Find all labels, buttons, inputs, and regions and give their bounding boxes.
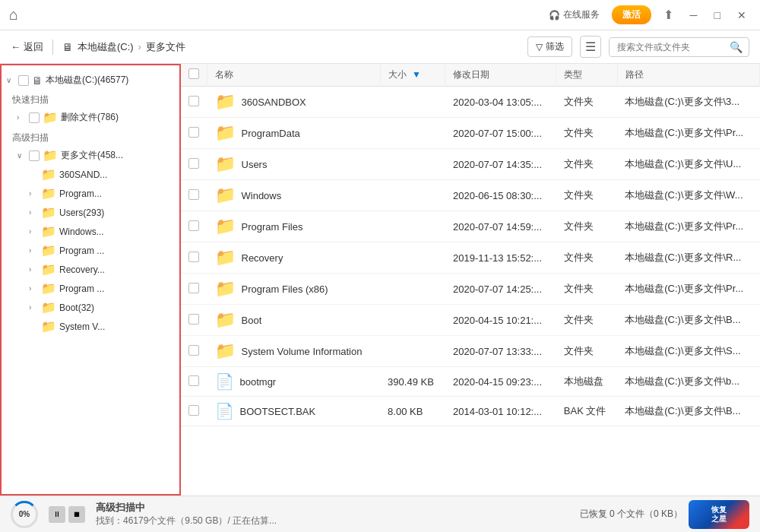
col-modified[interactable]: 修改日期: [445, 64, 556, 87]
file-icon: 📄: [215, 372, 234, 391]
more-files-checkbox[interactable]: [29, 150, 40, 161]
folder-icon-pf: 📁: [41, 243, 56, 258]
progress-circle: 0%: [11, 501, 38, 528]
file-type: 文件夹: [556, 336, 617, 367]
activate-button[interactable]: 激活: [612, 5, 651, 24]
file-name: ProgramData: [242, 128, 300, 139]
row-checkbox[interactable]: [188, 405, 199, 416]
stop-button[interactable]: ⏹: [68, 506, 85, 523]
folder-icon-windows: 📁: [41, 224, 56, 239]
folder-icon-recovery: 📁: [41, 262, 56, 277]
deleted-checkbox[interactable]: [29, 112, 40, 123]
root-checkbox[interactable]: [18, 75, 29, 86]
list-toggle-button[interactable]: ☰: [580, 36, 601, 58]
row-checkbox[interactable]: [188, 314, 199, 325]
table-row[interactable]: 📁ProgramData2020-07-07 15:00:...文件夹本地磁盘(…: [181, 118, 760, 149]
home-icon[interactable]: ⌂: [9, 6, 18, 24]
select-all-checkbox[interactable]: [188, 68, 199, 79]
file-size: [380, 149, 445, 180]
expand-arrow-deleted: ›: [17, 113, 26, 122]
status-bar: 0% ⏸ ⏹ 高级扫描中 找到：46179个文件（9.50 GB）/ 正在估算.…: [0, 496, 760, 532]
online-service[interactable]: 🎧 在线服务: [549, 8, 600, 21]
recovery-badge-text: 恢复之星: [711, 505, 727, 524]
file-type: 本地磁盘: [556, 367, 617, 397]
folder-icon-more: 📁: [43, 148, 58, 163]
row-checkbox[interactable]: [188, 189, 199, 200]
sidebar-item-more-files[interactable]: ∨ 📁 更多文件(458...: [2, 146, 179, 165]
filter-button[interactable]: ▽ 筛选: [527, 36, 572, 57]
col-size[interactable]: 大小 ▼: [380, 64, 445, 87]
row-checkbox[interactable]: [188, 283, 199, 293]
file-type: BAK 文件: [556, 397, 617, 426]
row-checkbox[interactable]: [188, 375, 199, 386]
file-modified: 2020-07-07 15:00:...: [445, 118, 556, 149]
sidebar-item-users[interactable]: › 📁 Users(293): [2, 203, 179, 222]
table-row[interactable]: 📁Windows2020-06-15 08:30:...文件夹本地磁盘(C:)\…: [181, 180, 760, 211]
sidebar-item-deleted[interactable]: › 📁 删除文件(786): [2, 108, 179, 127]
file-modified: 2020-07-07 13:33:...: [445, 336, 556, 367]
sidebar-item-windows[interactable]: › 📁 Windows...: [2, 222, 179, 241]
file-modified: 2020-04-15 09:23:...: [445, 367, 556, 397]
search-input[interactable]: [610, 39, 724, 55]
table-row[interactable]: 📄BOOTSECT.BAK8.00 KB2014-03-01 10:12:...…: [181, 397, 760, 426]
file-size: [380, 87, 445, 118]
col-path[interactable]: 路径: [617, 64, 759, 87]
sidebar-item-boot[interactable]: › 📁 Boot(32): [2, 298, 179, 317]
row-checkbox[interactable]: [188, 127, 199, 138]
adv-scan-label: 高级扫描: [2, 127, 179, 146]
row-checkbox[interactable]: [188, 252, 199, 262]
maximize-button[interactable]: □: [710, 8, 725, 23]
table-row[interactable]: 📁Program Files (x86)2020-07-07 14:25:...…: [181, 274, 760, 305]
sidebar-item-sysvolinfo[interactable]: 📁 System V...: [2, 317, 179, 336]
back-button[interactable]: ← 返回: [11, 40, 43, 54]
sidebar-item-root[interactable]: ∨ 🖥 本地磁盘(C:)(46577): [2, 71, 179, 89]
pause-controls: ⏸ ⏹: [49, 506, 85, 523]
table-row[interactable]: 📁Users2020-07-07 14:35:...文件夹本地磁盘(C:)\更多…: [181, 149, 760, 180]
file-size: [380, 211, 445, 242]
back-arrow-icon: ←: [11, 41, 21, 52]
file-size: [380, 336, 445, 367]
col-type[interactable]: 类型: [556, 64, 617, 87]
file-type: 文件夹: [556, 149, 617, 180]
sidebar-item-programfiles[interactable]: › 📁 Program ...: [2, 241, 179, 260]
folder-icon-boot: 📁: [41, 300, 56, 315]
sidebar-item-recovery[interactable]: › 📁 Recovery...: [2, 260, 179, 279]
pause-button[interactable]: ⏸: [49, 506, 65, 523]
minimize-button[interactable]: ─: [686, 8, 702, 23]
row-checkbox[interactable]: [188, 345, 199, 356]
file-modified: 2020-06-15 08:30:...: [445, 180, 556, 211]
col-name[interactable]: 名称: [207, 64, 381, 87]
folder-icon: 📁: [215, 279, 236, 299]
toolbar: ← 返回 🖥 本地磁盘(C:) › 更多文件 ▽ 筛选 ☰ 🔍: [0, 30, 760, 64]
sidebar-item-programdata[interactable]: › 📁 Program...: [2, 184, 179, 203]
col-checkbox[interactable]: [181, 64, 207, 87]
title-bar-left: ⌂: [9, 6, 18, 24]
found-label: 找到：46179个文件（9.50 GB）/ 正在估算...: [96, 515, 569, 527]
folder-icon-pfx: 📁: [41, 281, 56, 296]
folder-icon: 📁: [215, 154, 236, 174]
table-row[interactable]: 📁360SANDBOX2020-03-04 13:05:...文件夹本地磁盘(C…: [181, 87, 760, 118]
file-size: [380, 305, 445, 336]
table-row[interactable]: 📁Recovery2019-11-13 15:52:...文件夹本地磁盘(C:)…: [181, 242, 760, 274]
sidebar-item-360sand[interactable]: 📁 360SAND...: [2, 165, 179, 184]
table-row[interactable]: 📁System Volume Information2020-07-07 13:…: [181, 336, 760, 367]
search-box: 🔍: [609, 37, 749, 57]
search-icon[interactable]: 🔍: [724, 38, 749, 56]
row-checkbox[interactable]: [188, 96, 199, 106]
status-right: 已恢复 0 个文件（0 KB） 恢复之星: [580, 500, 749, 529]
folder-icon-sysv: 📁: [41, 319, 56, 334]
table-row[interactable]: 📁Program Files2020-07-07 14:59:...文件夹本地磁…: [181, 211, 760, 242]
table-row[interactable]: 📁Boot2020-04-15 10:21:...文件夹本地磁盘(C:)\更多文…: [181, 305, 760, 336]
main-layout: ∨ 🖥 本地磁盘(C:)(46577) 快速扫描 › 📁 删除文件(786) 高…: [0, 64, 760, 496]
row-checkbox[interactable]: [188, 158, 199, 169]
table-row[interactable]: 📄bootmgr390.49 KB2020-04-15 09:23:...本地磁…: [181, 367, 760, 397]
window-controls: ─ □ ✕: [686, 8, 751, 23]
close-button[interactable]: ✕: [733, 8, 751, 23]
arrow-users: ›: [29, 208, 38, 217]
file-path: 本地磁盘(C:)\更多文件\3...: [617, 87, 759, 118]
file-path: 本地磁盘(C:)\更多文件\B...: [617, 305, 759, 336]
sidebar-item-programfiles-x86[interactable]: › 📁 Program ...: [2, 279, 179, 298]
file-type: 文件夹: [556, 305, 617, 336]
row-checkbox[interactable]: [188, 220, 199, 231]
arrow-pfx: ›: [29, 284, 38, 293]
